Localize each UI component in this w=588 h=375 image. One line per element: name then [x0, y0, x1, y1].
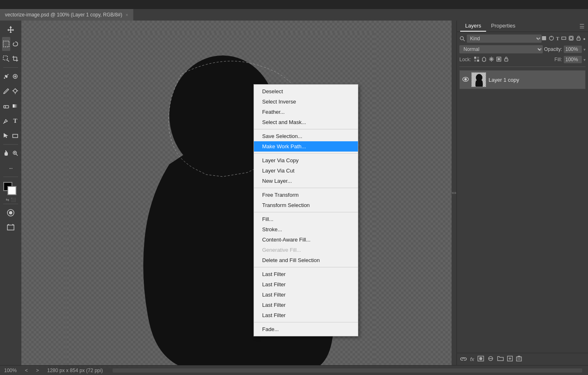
menu-item-select-inverse[interactable]: Select Inverse	[254, 97, 358, 107]
opacity-label: Opacity:	[544, 46, 562, 52]
eraser-tool[interactable]	[2, 99, 10, 113]
move-tool[interactable]	[2, 22, 20, 36]
tab-close-button[interactable]: ×	[125, 12, 128, 17]
panel-menu-icon[interactable]: ☰	[579, 23, 585, 30]
pixel-filter-icon[interactable]	[541, 35, 547, 42]
layer-visibility-toggle[interactable]	[462, 76, 469, 83]
screen-mode-icon[interactable]	[2, 221, 20, 235]
menu-item-select-mask[interactable]: Select and Mask...	[254, 117, 358, 127]
main-layout: T	[0, 21, 588, 365]
tab-properties[interactable]: Properties	[486, 21, 520, 32]
opacity-input[interactable]	[564, 46, 582, 53]
quick-mask-icon[interactable]	[2, 206, 20, 220]
left-toolbar: T	[0, 21, 21, 365]
lock-label: Lock:	[459, 57, 471, 62]
menu-item-fill[interactable]: Fill...	[254, 214, 358, 224]
menu-separator-4	[254, 212, 358, 212]
menu-item-make-work-path[interactable]: Make Work Path...	[254, 141, 358, 152]
menu-item-save-selection[interactable]: Save Selection...	[254, 131, 358, 141]
color-controls: ⇆ ⬛	[2, 198, 20, 202]
menu-item-new-layer[interactable]: New Layer...	[254, 176, 358, 186]
color-swatches[interactable]	[2, 180, 20, 197]
link-icon[interactable]	[460, 356, 467, 363]
shape-filter-icon[interactable]	[561, 35, 567, 42]
brush-tool[interactable]	[2, 84, 10, 98]
panel-header: Layers Properties ☰	[457, 21, 588, 32]
svg-point-69	[480, 357, 482, 360]
lock-transparent-icon[interactable]	[474, 56, 480, 63]
crop-tool[interactable]	[11, 52, 19, 66]
background-color[interactable]	[7, 186, 16, 195]
zoom-tool[interactable]	[11, 146, 19, 160]
menu-item-feather[interactable]: Feather...	[254, 107, 358, 117]
fill-input[interactable]	[564, 56, 582, 63]
select-tools2	[2, 52, 19, 66]
menu-item-delete-fill-selection[interactable]: Delete and Fill Selection	[254, 255, 358, 265]
eyedropper-tool[interactable]	[2, 69, 10, 83]
menu-item-content-aware-fill[interactable]: Content-Aware Fill...	[254, 235, 358, 245]
lock-artboard-icon[interactable]	[496, 56, 502, 63]
document-tab[interactable]: vectorize-image.psd @ 100% (Layer 1 copy…	[0, 9, 134, 21]
menu-item-stroke[interactable]: Stroke...	[254, 224, 358, 235]
svg-rect-18	[13, 104, 18, 108]
pen-tool[interactable]	[2, 114, 10, 128]
svg-rect-28	[7, 225, 14, 230]
nav-left[interactable]: <	[25, 368, 28, 373]
menu-item-fade[interactable]: Fade...	[254, 324, 358, 334]
tab-layers[interactable]: Layers	[460, 21, 486, 32]
kind-filter-icons: T ●	[541, 35, 586, 42]
fill-control: Fill: ▾	[554, 56, 586, 63]
path-selection-tool[interactable]	[2, 129, 10, 143]
group-layers-icon[interactable]	[497, 356, 504, 363]
heal-tool[interactable]	[11, 69, 19, 83]
switch-colors-icon[interactable]: ⇆	[6, 198, 9, 202]
menu-item-last-filter-2[interactable]: Last Filter	[254, 279, 358, 290]
extras-tool[interactable]: ···	[2, 161, 20, 175]
more-filter-icon[interactable]: ●	[583, 37, 586, 41]
menu-item-layer-via-cut[interactable]: Layer Via Cut	[254, 166, 358, 176]
svg-rect-50	[474, 57, 476, 59]
menu-item-layer-via-copy[interactable]: Layer Via Copy	[254, 155, 358, 166]
lock-pixels-icon[interactable]	[481, 56, 487, 63]
canvas-area[interactable]: Deselect Select Inverse Feather... Selec…	[21, 21, 452, 365]
svg-rect-16	[4, 106, 9, 108]
layers-separator	[459, 67, 586, 67]
svg-rect-60	[505, 59, 508, 61]
text-tool[interactable]: T	[11, 114, 19, 128]
lock-position-icon[interactable]	[489, 56, 494, 63]
horizontal-scrollbar[interactable]	[113, 368, 582, 373]
gradient-tool[interactable]	[11, 99, 19, 113]
marquee-tool[interactable]	[2, 37, 10, 51]
search-icon	[459, 36, 465, 41]
lasso-tool[interactable]	[11, 37, 19, 51]
adjustment-layer-icon[interactable]	[487, 356, 494, 363]
fx-icon[interactable]: fx	[470, 356, 474, 362]
selection-tools	[2, 37, 19, 51]
menu-item-last-filter-3[interactable]: Last Filter	[254, 290, 358, 300]
lock-filter-icon[interactable]	[576, 35, 581, 42]
layer-mask-icon[interactable]	[477, 356, 484, 363]
default-colors-icon[interactable]: ⬛	[11, 198, 16, 202]
smartobj-filter-icon[interactable]	[568, 35, 574, 42]
quick-select-tool[interactable]	[2, 52, 10, 66]
menu-item-deselect[interactable]: Deselect	[254, 86, 358, 97]
text-filter-icon[interactable]: T	[556, 36, 559, 42]
menu-item-last-filter-4[interactable]: Last Filter	[254, 300, 358, 310]
menu-item-last-filter-5[interactable]: Last Filter	[254, 310, 358, 320]
kind-dropdown[interactable]: Kind	[467, 35, 542, 43]
shape-tool[interactable]	[11, 129, 19, 143]
lock-all-icon[interactable]	[503, 56, 509, 63]
svg-marker-0	[7, 26, 14, 33]
nav-right[interactable]: >	[36, 368, 39, 373]
layer-item-layer1copy[interactable]: Layer 1 copy	[459, 70, 586, 89]
clone-tool[interactable]	[11, 84, 19, 98]
hand-tool[interactable]	[2, 146, 10, 160]
delete-layer-icon[interactable]	[516, 356, 522, 363]
adjustment-filter-icon[interactable]	[549, 35, 554, 42]
menu-item-last-filter-1[interactable]: Last Filter	[254, 269, 358, 279]
new-layer-icon[interactable]	[507, 356, 513, 363]
menu-item-free-transform[interactable]: Free Transform	[254, 190, 358, 200]
menu-item-transform-selection[interactable]: Transform Selection	[254, 200, 358, 210]
blend-mode-dropdown[interactable]: Normal	[459, 45, 543, 53]
right-collapse-button[interactable]: « »	[452, 21, 457, 365]
